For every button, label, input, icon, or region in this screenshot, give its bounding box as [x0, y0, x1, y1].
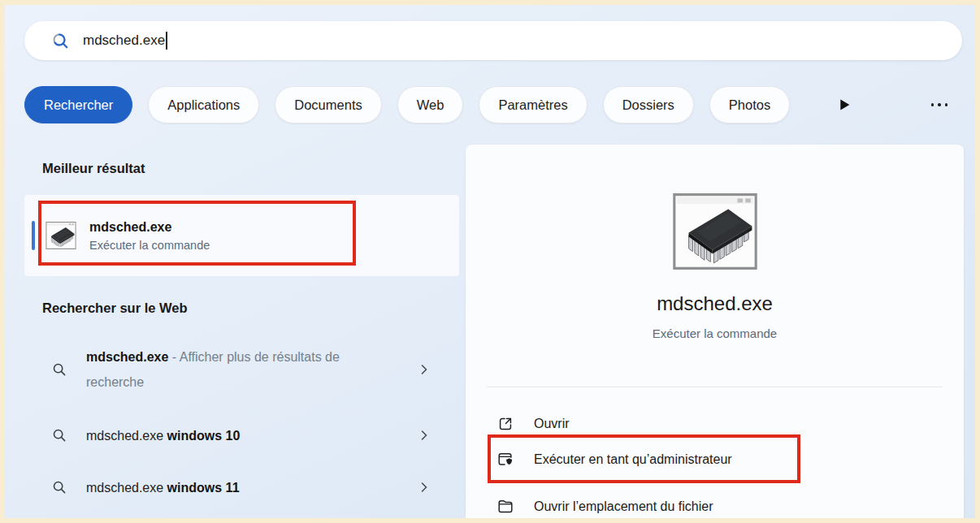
- results-column: Meilleur résultat mdsched.exe Exécuter l…: [24, 145, 464, 518]
- tab-applications[interactable]: Applications: [148, 86, 259, 123]
- action-run-as-admin[interactable]: Exécuter en tant qu’administrateur: [466, 443, 964, 476]
- action-open[interactable]: Ouvrir: [466, 408, 964, 440]
- search-input[interactable]: mdsched.exe: [83, 32, 167, 50]
- action-label: Ouvrir: [534, 417, 570, 431]
- preview-title: mdsched.exe: [466, 292, 964, 315]
- open-external-icon: [497, 415, 514, 433]
- search-bar[interactable]: mdsched.exe: [24, 21, 962, 60]
- best-match-result[interactable]: mdsched.exe Exécuter la commande: [24, 195, 459, 276]
- memory-chip-icon-large: [673, 193, 757, 273]
- search-icon: [50, 426, 68, 444]
- web-suggestion-more-results[interactable]: mdsched.exe - Afficher plus de résultats…: [24, 339, 459, 400]
- text-caret: [166, 32, 167, 50]
- action-open-file-location[interactable]: Ouvrir l’emplacement du fichier: [466, 491, 964, 518]
- divider: [487, 387, 943, 387]
- tab-photos[interactable]: Photos: [709, 86, 790, 123]
- search-icon: [50, 478, 68, 496]
- run-as-admin-shield-icon: [497, 451, 514, 469]
- preview-subtitle: Exécuter la commande: [466, 326, 964, 340]
- action-label: Exécuter en tant qu’administrateur: [534, 452, 732, 467]
- play-icon[interactable]: [835, 96, 852, 114]
- tab-documents[interactable]: Documents: [275, 86, 381, 123]
- suggestion-text: mdsched.exe - Afficher plus de résultats…: [86, 344, 346, 395]
- suggestion-text: mdsched.exe windows 11: [86, 475, 240, 500]
- suggestion-text: mdsched.exe windows 10: [86, 423, 240, 448]
- search-icon: [50, 31, 70, 50]
- tab-dossiers[interactable]: Dossiers: [603, 86, 694, 123]
- tab-rechercher[interactable]: Rechercher: [24, 86, 132, 123]
- windows-search-flyout: mdsched.exe Rechercher Applications Docu…: [5, 5, 975, 518]
- result-subtitle: Exécuter la commande: [89, 239, 210, 252]
- web-suggestion-windows-11[interactable]: mdsched.exe windows 11: [24, 469, 459, 505]
- chevron-right-icon[interactable]: [416, 479, 432, 495]
- tab-web[interactable]: Web: [397, 86, 464, 123]
- screenshot-frame: mdsched.exe Rechercher Applications Docu…: [0, 0, 980, 523]
- filter-tabs: Rechercher Applications Documents Web Pa…: [24, 86, 957, 123]
- ellipsis-icon[interactable]: [928, 97, 952, 113]
- folder-icon: [497, 498, 514, 516]
- web-suggestion-windows-10[interactable]: mdsched.exe windows 10: [24, 417, 459, 453]
- action-label: Ouvrir l’emplacement du fichier: [534, 499, 713, 514]
- chevron-right-icon[interactable]: [416, 361, 432, 378]
- tab-parametres[interactable]: Paramètres: [479, 86, 587, 123]
- preview-pane: mdsched.exe Exécuter la commande Ouvrir: [466, 145, 964, 518]
- search-icon: [50, 361, 68, 378]
- best-match-heading: Meilleur résultat: [42, 161, 145, 176]
- web-search-heading: Rechercher sur le Web: [42, 300, 188, 316]
- result-title: mdsched.exe: [89, 220, 210, 235]
- search-input-value: mdsched.exe: [83, 32, 165, 49]
- chevron-right-icon[interactable]: [416, 427, 432, 443]
- selection-accent-bar: [32, 221, 35, 250]
- memory-chip-icon: [46, 222, 76, 249]
